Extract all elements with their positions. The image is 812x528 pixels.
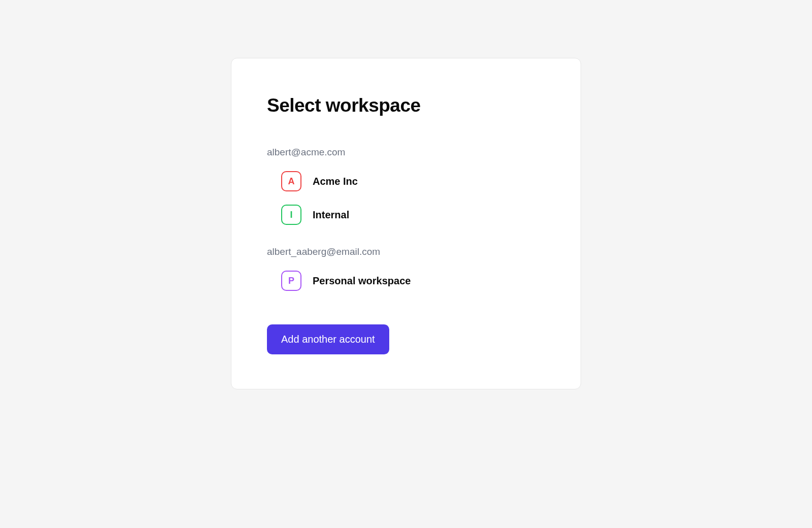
add-account-button[interactable]: Add another account	[267, 324, 389, 354]
workspace-selector-card: Select workspace albert@acme.com A Acme …	[231, 58, 581, 389]
account-email: albert_aaberg@email.com	[267, 246, 545, 257]
workspace-item-acme[interactable]: A Acme Inc	[267, 171, 545, 191]
workspace-name-label: Internal	[313, 209, 349, 221]
account-section: albert@acme.com A Acme Inc I Internal	[267, 147, 545, 225]
account-email: albert@acme.com	[267, 147, 545, 158]
workspace-avatar-icon: I	[281, 205, 301, 225]
account-section: albert_aaberg@email.com P Personal works…	[267, 246, 545, 291]
workspace-name-label: Personal workspace	[313, 275, 411, 287]
workspace-name-label: Acme Inc	[313, 176, 358, 187]
workspace-item-internal[interactable]: I Internal	[267, 205, 545, 225]
page-title: Select workspace	[267, 95, 545, 116]
workspace-item-personal[interactable]: P Personal workspace	[267, 271, 545, 291]
workspace-avatar-icon: P	[281, 271, 301, 291]
workspace-avatar-icon: A	[281, 171, 301, 191]
